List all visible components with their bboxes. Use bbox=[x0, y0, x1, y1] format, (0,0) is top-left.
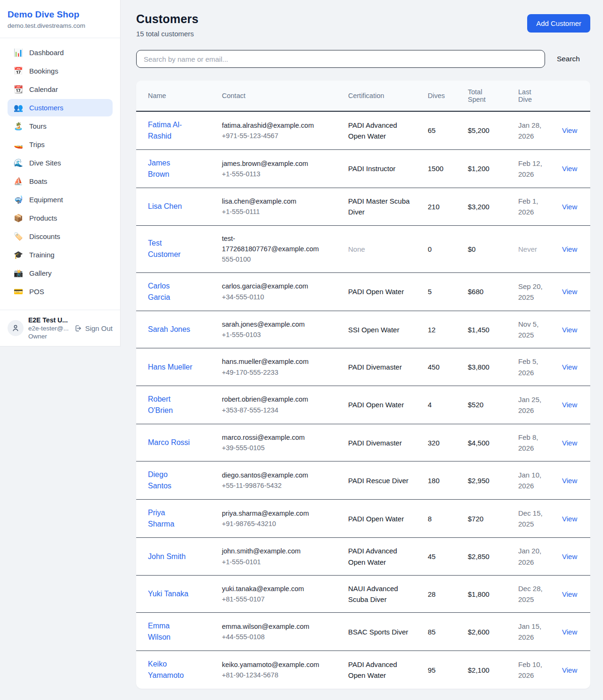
sign-out-button[interactable]: Sign Out bbox=[74, 324, 113, 332]
view-link[interactable]: View bbox=[562, 666, 577, 674]
view-link[interactable]: View bbox=[562, 552, 577, 560]
sidebar-item-calendar[interactable]: 📆 Calendar bbox=[8, 81, 113, 98]
customer-name-link[interactable]: Emma Wilson bbox=[148, 633, 193, 641]
package-icon: 📦 bbox=[14, 214, 23, 222]
sidebar-item-training[interactable]: 🎓 Training bbox=[8, 246, 113, 264]
customer-last-dive: Feb 1, 2026 bbox=[518, 196, 547, 218]
table-header: Name Contact Certification Dives Total S… bbox=[136, 81, 590, 111]
customer-name-link[interactable]: Robert O'Brien bbox=[148, 406, 193, 414]
sidebar-item-discounts[interactable]: 🏷️ Discounts bbox=[8, 228, 113, 245]
sidebar-item-dive-sites[interactable]: 🌊 Dive Sites bbox=[8, 154, 113, 172]
view-link[interactable]: View bbox=[562, 590, 577, 598]
customer-name-link[interactable]: Priya Sharma bbox=[148, 520, 193, 528]
customer-certification: PADI Open Water bbox=[348, 286, 404, 297]
sidebar-item-equipment[interactable]: 🤿 Equipment bbox=[8, 191, 113, 208]
customer-last-dive: Dec 28, 2025 bbox=[518, 583, 547, 605]
customer-total-spent: $4,500 bbox=[462, 424, 513, 461]
customer-certification: PADI Divemaster bbox=[348, 437, 402, 448]
customer-name-link[interactable]: John Smith bbox=[148, 552, 186, 560]
customer-total-spent: $680 bbox=[462, 272, 513, 311]
customer-email: priya.sharma@example.com bbox=[222, 508, 318, 519]
customer-phone: +91-98765-43210 bbox=[222, 519, 337, 529]
customer-name-link[interactable]: Marco Rossi bbox=[148, 438, 190, 446]
customer-name-link[interactable]: James Brown bbox=[148, 170, 193, 178]
customer-certification: PADI Advanced Open Water bbox=[348, 545, 411, 568]
search-button[interactable]: Search bbox=[557, 55, 580, 63]
customer-name-link[interactable]: Lisa Chen bbox=[148, 202, 182, 210]
customer-certification: None bbox=[348, 244, 365, 255]
sidebar-item-label: Training bbox=[29, 251, 55, 259]
add-customer-button[interactable]: Add Customer bbox=[527, 14, 590, 33]
person-icon bbox=[11, 324, 20, 332]
customer-last-dive: Feb 12, 2026 bbox=[518, 158, 547, 180]
customer-total-spent: $2,100 bbox=[462, 651, 513, 689]
view-link[interactable]: View bbox=[562, 165, 577, 173]
customer-row: Emma Wilson emma.wilson@example.com +44-… bbox=[136, 613, 590, 651]
customer-certification: PADI Master Scuba Diver bbox=[348, 196, 411, 218]
customer-phone: +1-555-0103 bbox=[222, 329, 337, 340]
customer-certification: PADI Advanced Open Water bbox=[348, 120, 411, 142]
customer-dives: 210 bbox=[422, 188, 462, 226]
sidebar-item-trips[interactable]: 🚤 Trips bbox=[8, 136, 113, 153]
search-input[interactable] bbox=[136, 50, 545, 68]
sidebar-item-tours[interactable]: 🏝️ Tours bbox=[8, 117, 113, 135]
customer-total-spent: $3,800 bbox=[462, 348, 513, 386]
customer-dives: 320 bbox=[422, 424, 462, 461]
customer-name-link[interactable]: Fatima Al-Rashid bbox=[148, 132, 193, 140]
customer-last-dive: Never bbox=[518, 244, 537, 255]
sidebar-item-label: Gallery bbox=[29, 269, 52, 277]
view-link[interactable]: View bbox=[562, 628, 577, 636]
sidebar-item-dashboard[interactable]: 📊 Dashboard bbox=[8, 44, 113, 61]
view-link[interactable]: View bbox=[562, 288, 577, 296]
customer-email: sarah.jones@example.com bbox=[222, 319, 318, 329]
customer-name-link[interactable]: Hans Mueller bbox=[148, 363, 192, 371]
search-row: Search bbox=[136, 50, 590, 68]
customer-name-link[interactable]: Carlos Garcia bbox=[148, 293, 193, 301]
sidebar-item-products[interactable]: 📦 Products bbox=[8, 209, 113, 227]
customer-last-dive: Feb 8, 2026 bbox=[518, 432, 547, 454]
customer-name-link[interactable]: Test Customer bbox=[148, 250, 193, 258]
customer-dives: 95 bbox=[422, 651, 462, 689]
view-link[interactable]: View bbox=[562, 326, 577, 334]
view-link[interactable]: View bbox=[562, 439, 577, 447]
customer-phone: +971-55-123-4567 bbox=[222, 131, 337, 141]
customer-dives: 1500 bbox=[422, 150, 462, 188]
page-header-text: Customers 15 total customers bbox=[136, 12, 198, 38]
view-link[interactable]: View bbox=[562, 401, 577, 409]
avatar bbox=[8, 320, 24, 336]
customer-phone: +34-555-0110 bbox=[222, 292, 337, 302]
customer-total-spent: $1,800 bbox=[462, 575, 513, 613]
sidebar-item-label: POS bbox=[29, 288, 44, 296]
tear-off-calendar-icon: 📆 bbox=[14, 86, 23, 93]
graduation-cap-icon: 🎓 bbox=[14, 251, 23, 259]
customer-name-link[interactable]: Keiko Yamamoto bbox=[148, 671, 193, 679]
customer-email: lisa.chen@example.com bbox=[222, 196, 318, 206]
view-link[interactable]: View bbox=[562, 363, 577, 371]
customer-certification: NAUI Advanced Scuba Diver bbox=[348, 583, 411, 605]
customer-certification: PADI Rescue Diver bbox=[348, 475, 408, 486]
customer-row: Diego Santos diego.santos@example.com +5… bbox=[136, 461, 590, 500]
customer-email: marco.rossi@example.com bbox=[222, 432, 318, 443]
sidebar-item-pos[interactable]: 💳 POS bbox=[8, 283, 113, 300]
view-link[interactable]: View bbox=[562, 477, 577, 485]
sidebar-item-bookings[interactable]: 📅 Bookings bbox=[8, 62, 113, 80]
sidebar-item-label: Trips bbox=[29, 140, 45, 148]
label-tag-icon: 🏷️ bbox=[14, 233, 23, 240]
customer-name-link[interactable]: Diego Santos bbox=[148, 482, 193, 490]
customer-phone: +55-11-99876-5432 bbox=[222, 480, 337, 491]
view-link[interactable]: View bbox=[562, 515, 577, 523]
sidebar-item-gallery[interactable]: 📸 Gallery bbox=[8, 264, 113, 282]
customer-row: Carlos Garcia carlos.garcia@example.com … bbox=[136, 272, 590, 311]
view-link[interactable]: View bbox=[562, 245, 577, 253]
customer-name-link[interactable]: Yuki Tanaka bbox=[148, 590, 188, 598]
sidebar-nav: 📊 Dashboard 📅 Bookings 📆 Calendar 👥 Cust… bbox=[0, 38, 120, 310]
customer-total-spent: $2,850 bbox=[462, 538, 513, 576]
view-link[interactable]: View bbox=[562, 126, 577, 134]
customer-total-spent: $5,200 bbox=[462, 111, 513, 150]
customer-name-link[interactable]: Sarah Jones bbox=[148, 325, 190, 333]
sidebar-item-customers[interactable]: 👥 Customers bbox=[8, 99, 113, 116]
sidebar-item-boats[interactable]: ⛵ Boats bbox=[8, 173, 113, 190]
view-link[interactable]: View bbox=[562, 203, 577, 211]
customer-row: Test Customer test-1772681807767@example… bbox=[136, 225, 590, 272]
camera-flash-icon: 📸 bbox=[14, 270, 23, 277]
